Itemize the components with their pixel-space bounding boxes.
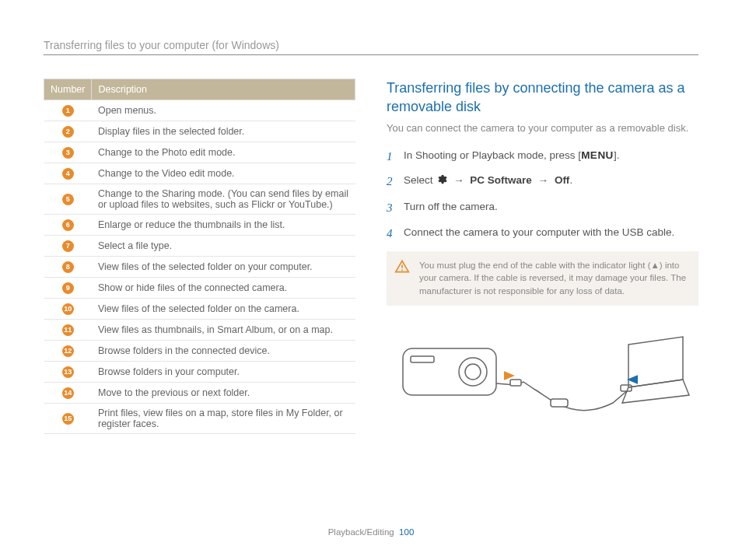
table-row: 1Open menus.: [44, 100, 355, 121]
row-description-cell: Browse folders in the connected device.: [92, 341, 355, 362]
row-number-cell: 7: [44, 236, 92, 257]
number-bullet: 12: [62, 345, 74, 357]
pc-software-label: PC Software: [470, 174, 532, 186]
gear-icon: [436, 173, 447, 190]
table-row: 3Change to the Photo edit mode.: [44, 142, 355, 163]
table-row: 10View files of the selected folder on t…: [44, 299, 355, 320]
row-number-cell: 11: [44, 320, 92, 341]
number-bullet: 14: [62, 387, 74, 399]
row-description-cell: Select a file type.: [92, 236, 355, 257]
row-description-cell: Display files in the selected folder.: [92, 121, 355, 142]
row-number-cell: 9: [44, 278, 92, 299]
number-bullet: 9: [62, 282, 74, 294]
svg-rect-5: [411, 356, 434, 362]
table-row: 12Browse folders in the connected device…: [44, 341, 355, 362]
warning-callout: You must plug the end of the cable with …: [387, 251, 698, 306]
left-column: Number Description 1Open menus.2Display …: [44, 79, 355, 440]
table-row: 8View files of the selected folder on yo…: [44, 257, 355, 278]
step-3: Turn off the camera.: [387, 199, 698, 215]
number-bullet: 7: [62, 240, 74, 252]
step-2: Select → PC Software → Off.: [387, 173, 698, 190]
number-bullet: 5: [62, 194, 74, 205]
page-header-title: Transferring files to your computer (for…: [44, 39, 698, 51]
svg-rect-6: [510, 380, 521, 386]
row-number-cell: 6: [44, 215, 92, 236]
row-description-cell: Change to the Photo edit mode.: [92, 142, 355, 163]
number-bullet: 6: [62, 219, 74, 231]
content-columns: Number Description 1Open menus.2Display …: [44, 79, 698, 440]
number-bullet: 2: [62, 126, 74, 138]
menu-button-label: MENU: [581, 149, 614, 161]
col-header-number: Number: [44, 79, 92, 100]
row-number-cell: 2: [44, 121, 92, 142]
number-bullet: 13: [62, 366, 74, 378]
row-description-cell: View files as thumbnails, in Smart Album…: [92, 320, 355, 341]
arrow-1: →: [450, 174, 467, 186]
svg-point-1: [401, 269, 403, 271]
step1-post: ].: [614, 149, 620, 161]
svg-rect-8: [621, 385, 632, 391]
step1-pre: In Shooting or Playback mode, press [: [404, 149, 581, 161]
row-number-cell: 15: [44, 404, 92, 434]
row-description-cell: Change to the Sharing mode. (You can sen…: [92, 184, 355, 215]
number-bullet: 8: [62, 261, 74, 273]
row-number-cell: 1: [44, 100, 92, 121]
col-header-description: Description: [92, 79, 355, 100]
warning-icon: [394, 259, 410, 278]
number-bullet: 15: [62, 413, 74, 425]
number-bullet: 10: [62, 303, 74, 315]
connection-illustration: [387, 321, 698, 440]
row-description-cell: Print files, view files on a map, store …: [92, 404, 355, 434]
table-row: 7Select a file type.: [44, 236, 355, 257]
row-description-cell: Show or hide files of the connected came…: [92, 278, 355, 299]
section-lead: You can connect the camera to your compu…: [387, 121, 698, 135]
table-row: 5Change to the Sharing mode. (You can se…: [44, 184, 355, 215]
svg-rect-7: [551, 399, 568, 407]
reference-table: Number Description 1Open menus.2Display …: [44, 79, 355, 434]
row-description-cell: View files of the selected folder on you…: [92, 257, 355, 278]
number-bullet: 11: [62, 324, 74, 336]
step-4: Connect the camera to your computer with…: [387, 225, 698, 240]
row-number-cell: 8: [44, 257, 92, 278]
svg-point-4: [465, 364, 481, 380]
step-1: In Shooting or Playback mode, press [MEN…: [387, 148, 698, 163]
row-number-cell: 13: [44, 362, 92, 383]
table-row: 4Change to the Video edit mode.: [44, 163, 355, 184]
row-description-cell: Move to the previous or next folder.: [92, 383, 355, 404]
row-description-cell: Browse folders in your computer.: [92, 362, 355, 383]
row-number-cell: 14: [44, 383, 92, 404]
steps-list: In Shooting or Playback mode, press [MEN…: [387, 148, 698, 240]
page-header: Transferring files to your computer (for…: [44, 39, 698, 55]
row-description-cell: View files of the selected folder on the…: [92, 299, 355, 320]
number-bullet: 3: [62, 147, 74, 159]
table-row: 13Browse folders in your computer.: [44, 362, 355, 383]
svg-rect-2: [403, 348, 496, 395]
number-bullet: 4: [62, 168, 74, 180]
warning-text: You must plug the end of the cable with …: [419, 261, 686, 296]
row-number-cell: 12: [44, 341, 92, 362]
arrow-2: →: [535, 174, 552, 186]
section-title: Transferring files by connecting the cam…: [387, 79, 698, 117]
row-description-cell: Open menus.: [92, 100, 355, 121]
table-row: 11View files as thumbnails, in Smart Alb…: [44, 320, 355, 341]
row-number-cell: 4: [44, 163, 92, 184]
row-description-cell: Enlarge or reduce the thumbnails in the …: [92, 215, 355, 236]
right-column: Transferring files by connecting the cam…: [387, 79, 698, 440]
table-row: 15Print files, view files on a map, stor…: [44, 404, 355, 434]
row-number-cell: 5: [44, 184, 92, 215]
table-row: 9Show or hide files of the connected cam…: [44, 278, 355, 299]
table-row: 2Display files in the selected folder.: [44, 121, 355, 142]
row-number-cell: 10: [44, 299, 92, 320]
table-row: 14Move to the previous or next folder.: [44, 383, 355, 404]
svg-point-3: [459, 358, 487, 386]
row-number-cell: 3: [44, 142, 92, 163]
step2-dot: .: [569, 174, 572, 186]
page-footer: Playback/Editing 100: [0, 527, 742, 537]
row-description-cell: Change to the Video edit mode.: [92, 163, 355, 184]
table-row: 6Enlarge or reduce the thumbnails in the…: [44, 215, 355, 236]
number-bullet: 1: [62, 105, 74, 117]
off-label: Off: [555, 174, 570, 186]
footer-page-number: 100: [399, 527, 414, 537]
footer-section: Playback/Editing: [328, 527, 394, 537]
step2-select: Select: [404, 174, 436, 186]
